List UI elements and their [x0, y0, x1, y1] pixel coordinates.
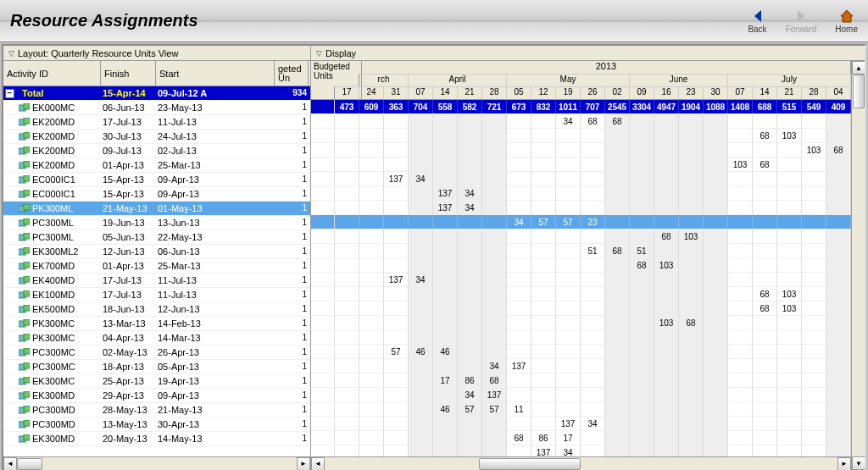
scroll-up-button[interactable]: ▲ [852, 61, 865, 75]
table-row[interactable]: EK300ML2 12-Jun-13 06-Jun-13 1 [3, 245, 310, 259]
grid-row[interactable] [311, 330, 851, 345]
col-start[interactable]: Start [156, 61, 275, 86]
grid-cell [433, 287, 458, 301]
table-row[interactable]: EK300MD 20-May-13 14-May-13 1 [3, 432, 310, 446]
total-row[interactable]: − Total 15-Apr-14 09-Jul-12 A 934 [3, 86, 310, 101]
table-row[interactable]: EK400MD 17-Jul-13 11-Jul-13 1 [3, 274, 310, 288]
grid-cell [802, 229, 826, 244]
grid-row[interactable]: 13734 [311, 273, 851, 287]
activity-id: EK300MC [32, 376, 75, 386]
grid-cell [556, 316, 581, 330]
scroll-down-button[interactable]: ▼ [852, 456, 865, 470]
activity-icon [19, 406, 30, 415]
grid-cell [704, 201, 728, 215]
grid-cell: 34 [482, 359, 507, 373]
grid-row[interactable]: 10368 [311, 316, 851, 330]
grid-row[interactable]: 68103 [311, 229, 851, 244]
grid-row[interactable]: 13734 [311, 172, 851, 186]
table-row[interactable]: EK200MD 09-Jul-13 02-Jul-13 1 [3, 144, 310, 158]
grid-row[interactable]: 346868 [311, 114, 851, 129]
right-v-scrollbar[interactable]: ▲ ▼ [851, 61, 865, 470]
layout-bar[interactable]: ▽ Layout: Quarterly Resource Units View [3, 46, 310, 61]
grid-row[interactable]: 34137 [311, 359, 851, 373]
month-headers: rchAprilMayJuneJuly [359, 74, 851, 86]
home-button[interactable]: Home [835, 8, 858, 34]
table-row[interactable]: EK200MD 01-Apr-13 25-Mar-13 1 [3, 158, 310, 173]
back-button[interactable]: Back [748, 8, 766, 34]
grid-row[interactable]: 13734 [311, 186, 851, 201]
scroll-right-button[interactable]: ► [297, 457, 310, 471]
grid-row[interactable]: 10368 [311, 158, 851, 172]
grid-row[interactable]: 13734 [311, 445, 851, 456]
grid-cell [433, 388, 458, 402]
grid-cell [531, 244, 556, 258]
table-row[interactable]: EK100MD 17-Jul-13 11-Jul-13 1 [3, 288, 310, 302]
scroll-thumb[interactable] [17, 458, 42, 470]
scroll-thumb-v[interactable] [853, 75, 865, 108]
grid-cell [654, 273, 679, 287]
table-row[interactable]: PK300MC 13-Mar-13 14-Feb-13 1 [3, 317, 310, 331]
scroll-left-button[interactable]: ◄ [3, 457, 17, 471]
table-row[interactable]: EK000MC 06-Jun-13 23-May-13 1 [3, 101, 310, 115]
grid-row[interactable]: 688617 [311, 431, 851, 445]
grid-row[interactable]: 13734 [311, 417, 851, 431]
grid-row[interactable]: 34575723 [311, 215, 851, 229]
table-row[interactable]: PC300MC 18-Apr-13 05-Apr-13 1 [3, 360, 310, 374]
grid-cell [728, 114, 753, 129]
scroll-track[interactable] [325, 457, 837, 471]
table-row[interactable]: EC000IC1 15-Apr-13 09-Apr-13 1 [3, 187, 310, 202]
grid-cell: 558 [433, 100, 458, 114]
col-activity-id[interactable]: Activity ID [3, 61, 101, 86]
grid-row[interactable]: 574646 [311, 345, 851, 359]
grid-row[interactable]: 178668 [311, 373, 851, 388]
left-rows[interactable]: − Total 15-Apr-14 09-Jul-12 A 934 EK000M… [3, 86, 310, 456]
table-row[interactable]: PC300MD 13-May-13 30-Apr-13 1 [3, 417, 310, 432]
table-row[interactable]: PC300ML 19-Jun-13 13-Jun-13 1 [3, 216, 310, 230]
scroll-thumb[interactable] [479, 458, 581, 470]
grid-row[interactable]: 46575711 [311, 402, 851, 417]
grid-cell: 707 [581, 100, 605, 114]
right-h-scrollbar[interactable]: ◄ ► [311, 456, 851, 470]
grid-row[interactable]: 68103 [311, 258, 851, 273]
collapse-icon[interactable]: − [5, 89, 14, 98]
table-row[interactable]: EK700MD 01-Apr-13 25-Mar-13 1 [3, 259, 310, 274]
table-row[interactable]: EK300MD 29-Apr-13 09-Apr-13 1 [3, 389, 310, 403]
grid-cell [433, 114, 458, 129]
grid-rows[interactable]: 4736093637045585827216738321011707254533… [311, 100, 851, 456]
grid-cell [507, 388, 531, 402]
grid-row[interactable]: 68103 [311, 301, 851, 316]
grid-row[interactable]: 4736093637045585827216738321011707254533… [311, 100, 851, 114]
table-row[interactable]: PC300MD 28-May-13 21-May-13 1 [3, 403, 310, 417]
grid-row[interactable]: 34137 [311, 388, 851, 402]
grid-cell [753, 388, 777, 402]
grid-cell [433, 244, 458, 258]
grid-row[interactable]: 13734 [311, 201, 851, 215]
grid-row[interactable]: 68103 [311, 129, 851, 143]
grid-cell [605, 258, 630, 273]
table-row[interactable]: EK200MD 17-Jul-13 11-Jul-13 1 [3, 115, 310, 130]
table-row[interactable]: PK300ML 21-May-13 01-May-13 1 [3, 202, 310, 216]
scroll-track[interactable] [17, 457, 297, 471]
table-row[interactable]: EK200MD 30-Jul-13 24-Jul-13 1 [3, 130, 310, 144]
svg-rect-11 [24, 175, 30, 181]
grid-cell [433, 417, 458, 431]
col-budget[interactable]: geted Un [275, 61, 309, 86]
table-row[interactable]: PC300ML 05-Jun-13 22-May-13 1 [3, 230, 310, 245]
scroll-left-button[interactable]: ◄ [311, 457, 325, 471]
table-row[interactable]: EC000IC1 15-Apr-13 09-Apr-13 1 [3, 173, 310, 187]
grid-cell [826, 186, 851, 201]
table-row[interactable]: EK300MC 25-Apr-13 19-Apr-13 1 [3, 374, 310, 389]
table-row[interactable]: PK300MC 04-Apr-13 14-Mar-13 1 [3, 331, 310, 346]
left-h-scrollbar[interactable]: ◄ ► [3, 456, 310, 470]
table-row[interactable]: EK500MD 18-Jun-13 12-Jun-13 1 [3, 302, 310, 317]
scroll-track-v[interactable] [852, 75, 865, 456]
col-finish[interactable]: Finish [101, 61, 156, 86]
grid-cell [384, 186, 409, 201]
display-bar[interactable]: ▽ Display [311, 46, 865, 61]
scroll-right-button[interactable]: ► [837, 457, 851, 471]
grid-row[interactable]: 516851 [311, 244, 851, 258]
grid-row[interactable]: 68103 [311, 287, 851, 301]
grid-row[interactable]: 10368 [311, 143, 851, 158]
table-row[interactable]: PC300MC 02-May-13 26-Apr-13 1 [3, 346, 310, 360]
grid-cell [458, 287, 482, 301]
